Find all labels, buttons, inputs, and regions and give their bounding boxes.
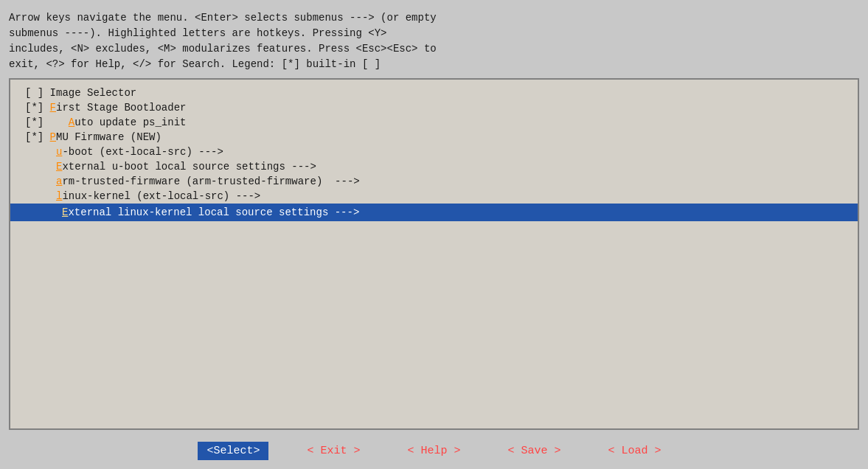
item-prefix: [*]	[25, 117, 69, 128]
exit-button[interactable]: < Exit >	[298, 442, 369, 460]
item-prefix	[25, 161, 56, 173]
hotkey-letter: a	[56, 176, 62, 187]
item-label-rest: MU Firmware (NEW)	[56, 131, 162, 143]
item-prefix: [*]	[25, 102, 50, 114]
load-button[interactable]: < Load >	[600, 442, 670, 460]
item-prefix	[25, 190, 56, 202]
main-container: Arrow keys navigate the menu. <Enter> se…	[0, 0, 868, 469]
item-label-rest: inux-kernel (ext-local-src) --->	[62, 190, 260, 202]
menu-item-3[interactable]: [*] Auto update ps_init	[10, 115, 858, 130]
menu-item-1[interactable]: [ ] Image Selector	[10, 86, 858, 100]
hotkey-letter: F	[50, 102, 56, 114]
menu-item-8[interactable]: linux-kernel (ext-local-src) --->	[10, 189, 858, 204]
hotkey-letter: E	[56, 161, 62, 173]
hotkey-letter: E	[62, 206, 68, 218]
item-prefix	[25, 146, 56, 158]
menu-item-6[interactable]: External u-boot local source settings --…	[10, 159, 858, 174]
button-bar: <Select>< Exit >< Help >< Save >< Load >	[9, 437, 859, 463]
menu-item-2[interactable]: [*] First Stage Bootloader	[10, 100, 858, 115]
instructions-text: Arrow keys navigate the menu. <Enter> se…	[9, 10, 859, 72]
save-button[interactable]: < Save >	[499, 442, 570, 460]
hotkey-letter: u	[56, 146, 62, 158]
select-button[interactable]: <Select>	[198, 442, 268, 460]
item-label: [ ] Image Selector	[25, 87, 136, 99]
item-label-rest: xternal linux-kernel local source settin…	[68, 206, 359, 218]
item-label-rest: rm-trusted-firmware (arm-trusted-firmwar…	[62, 176, 359, 187]
menu-item-7[interactable]: arm-trusted-firmware (arm-trusted-firmwa…	[10, 174, 858, 189]
item-label-rest: -boot (ext-local-src) --->	[62, 146, 223, 158]
menu-item-4[interactable]: [*] PMU Firmware (NEW)	[10, 130, 858, 145]
item-label-rest: xternal u-boot local source settings ---…	[62, 161, 316, 173]
help-button[interactable]: < Help >	[398, 442, 469, 460]
menu-item-9[interactable]: External linux-kernel local source setti…	[10, 204, 858, 221]
hotkey-letter: P	[50, 131, 56, 143]
menu-item-5[interactable]: u-boot (ext-local-src) --->	[10, 145, 858, 159]
hotkey-letter: l	[56, 190, 62, 202]
item-label-rest: uto update ps_init	[74, 117, 186, 128]
menu-box: [ ] Image Selector[*] First Stage Bootlo…	[9, 78, 859, 430]
item-prefix	[31, 206, 62, 218]
item-label-rest: irst Stage Bootloader	[56, 102, 186, 114]
item-prefix: [*]	[25, 131, 50, 143]
item-prefix	[25, 176, 56, 187]
selected-indicator	[25, 205, 29, 220]
hotkey-letter: A	[69, 117, 74, 128]
